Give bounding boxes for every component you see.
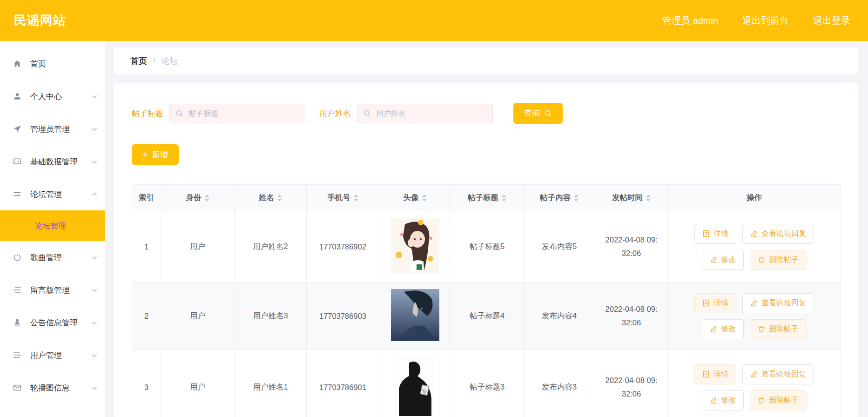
edit-button[interactable]: 修改 xyxy=(702,250,744,270)
admin-user-label[interactable]: 管理员 admin xyxy=(662,14,718,27)
document-icon xyxy=(702,299,710,307)
sort-icon[interactable] xyxy=(422,195,427,202)
column-header-post-content[interactable]: 帖子内容 xyxy=(524,185,595,211)
column-header-index: 索引 xyxy=(132,185,161,211)
sidebar-subitem-forum-management-active[interactable]: 论坛管理 xyxy=(0,210,105,241)
edit-icon xyxy=(710,325,717,333)
view-forum-replies-button[interactable]: 查看论坛回复 xyxy=(742,224,814,244)
sidebar-item-admin-management[interactable]: 管理员管理 xyxy=(0,113,105,145)
cell-post-content: 发布内容3 xyxy=(524,350,595,417)
chevron-down-icon xyxy=(92,318,97,327)
delete-post-button[interactable]: 删除帖子 xyxy=(750,319,807,339)
send-icon xyxy=(12,124,22,134)
detail-button[interactable]: 详情 xyxy=(694,224,736,244)
sidebar-item-label: 个人中心 xyxy=(30,91,62,102)
sidebar-item-carousel-info[interactable]: 轮播图信息 xyxy=(0,371,105,404)
sidebar-item-personal-center[interactable]: 个人中心 xyxy=(0,80,105,113)
sidebar-item-label: 轮播图信息 xyxy=(30,383,70,393)
cell-identity: 用户 xyxy=(161,350,235,417)
sidebar-item-message-board-management[interactable]: 留言版管理 xyxy=(0,274,105,306)
chevron-down-icon xyxy=(92,253,97,262)
cell-name: 用户姓名1 xyxy=(235,350,307,417)
query-button-label: 查询 xyxy=(524,108,540,119)
silhouette-avatar xyxy=(395,356,435,417)
breadcrumb-home-link[interactable]: 首页 xyxy=(130,55,147,67)
post-title-input[interactable] xyxy=(169,104,305,123)
cell-actions: 详情 查看论坛回复 修改 xyxy=(668,282,841,350)
detail-button[interactable]: 详情 xyxy=(694,364,736,384)
sort-icon[interactable] xyxy=(354,195,358,202)
edit-icon xyxy=(710,256,717,263)
edit-button[interactable]: 修改 xyxy=(702,390,744,410)
cell-identity: 用户 xyxy=(161,282,235,350)
column-header-actions: 操作 xyxy=(668,185,841,211)
table-row: 2 用户 用户姓名3 17703786903 xyxy=(132,282,841,350)
sidebar-item-label: 首页 xyxy=(30,59,46,69)
table-header-row: 索引 身份 姓名 手机号 头像 帖子标题 帖子内容 发帖时间 操作 xyxy=(132,185,841,211)
cell-phone: 17703786901 xyxy=(307,350,379,417)
sidebar-item-label: 论坛管理 xyxy=(30,189,62,200)
user-name-filter-label: 用户姓名 xyxy=(319,108,351,119)
table-row: 1 用户 用户姓名2 17703786902 xyxy=(132,211,841,282)
indent-left-icon xyxy=(12,285,22,295)
sort-icon[interactable] xyxy=(205,195,209,202)
delete-post-button[interactable]: 删除帖子 xyxy=(750,250,807,270)
chevron-down-icon xyxy=(92,92,97,101)
person-badge-icon xyxy=(12,317,22,328)
column-header-phone[interactable]: 手机号 xyxy=(307,185,379,211)
view-forum-replies-button[interactable]: 查看论坛回复 xyxy=(742,293,814,313)
sidebar-item-forum-management[interactable]: 论坛管理 xyxy=(0,178,105,210)
sidebar-item-announcement-management[interactable]: 公告信息管理 xyxy=(0,306,105,339)
user-name-input-wrap xyxy=(357,104,493,123)
column-header-identity[interactable]: 身份 xyxy=(161,185,235,211)
cell-post-title: 帖子标题5 xyxy=(451,211,524,282)
breadcrumb-current: 论坛 xyxy=(161,55,178,67)
sidebar-subitem-label: 论坛管理 xyxy=(34,221,66,231)
query-button[interactable]: 查询 xyxy=(513,103,563,124)
delete-post-button[interactable]: 删除帖子 xyxy=(750,390,807,410)
cell-index: 2 xyxy=(132,282,161,350)
edit-button[interactable]: 修改 xyxy=(702,319,744,339)
sidebar-item-label: 公告信息管理 xyxy=(30,317,78,328)
sidebar-item-home[interactable]: 首页 xyxy=(0,47,105,80)
view-forum-replies-button[interactable]: 查看论坛回复 xyxy=(742,364,814,384)
sort-icon[interactable] xyxy=(646,195,651,202)
chevron-down-icon xyxy=(92,125,97,133)
sort-icon[interactable] xyxy=(277,195,282,202)
cell-post-time: 2022-04-08 09:32:06 xyxy=(595,282,668,350)
column-header-post-time[interactable]: 发帖时间 xyxy=(595,185,668,211)
cell-name: 用户姓名2 xyxy=(235,211,307,282)
edit-icon xyxy=(710,397,717,404)
detail-button[interactable]: 详情 xyxy=(694,293,736,313)
trash-icon xyxy=(758,256,765,263)
sidebar-item-basic-data-management[interactable]: 基础数据管理 xyxy=(0,145,105,178)
trash-icon xyxy=(758,325,765,333)
cell-post-content: 发布内容4 xyxy=(524,282,595,350)
home-icon xyxy=(12,59,22,69)
cell-post-title: 帖子标题4 xyxy=(451,282,524,350)
search-icon xyxy=(544,109,552,117)
chevron-down-icon xyxy=(92,351,97,359)
trash-icon xyxy=(758,397,765,404)
sidebar-item-label: 歌曲管理 xyxy=(30,252,62,263)
logout-link[interactable]: 退出登录 xyxy=(813,14,850,27)
cell-avatar xyxy=(379,282,451,350)
exit-to-front-link[interactable]: 退出到前台 xyxy=(742,14,789,27)
post-title-input-wrap xyxy=(169,104,305,123)
column-header-post-title[interactable]: 帖子标题 xyxy=(451,185,524,211)
sidebar-item-user-management[interactable]: 用户管理 xyxy=(0,339,105,371)
chevron-down-icon xyxy=(92,383,97,392)
cell-index: 1 xyxy=(132,211,161,282)
column-header-avatar[interactable]: 头像 xyxy=(379,185,451,211)
sidebar-item-song-management[interactable]: 歌曲管理 xyxy=(0,241,105,274)
user-name-input[interactable] xyxy=(357,104,493,123)
cell-post-content: 发布内容5 xyxy=(524,211,595,282)
sort-icon[interactable] xyxy=(502,195,506,202)
edit-icon xyxy=(750,299,758,307)
add-button[interactable]: + 新增 xyxy=(132,144,179,165)
cell-avatar xyxy=(379,350,451,417)
chevron-down-icon xyxy=(92,157,97,166)
column-header-name[interactable]: 姓名 xyxy=(235,185,307,211)
cell-actions: 详情 查看论坛回复 修改 xyxy=(668,211,841,282)
sort-icon[interactable] xyxy=(574,195,579,202)
